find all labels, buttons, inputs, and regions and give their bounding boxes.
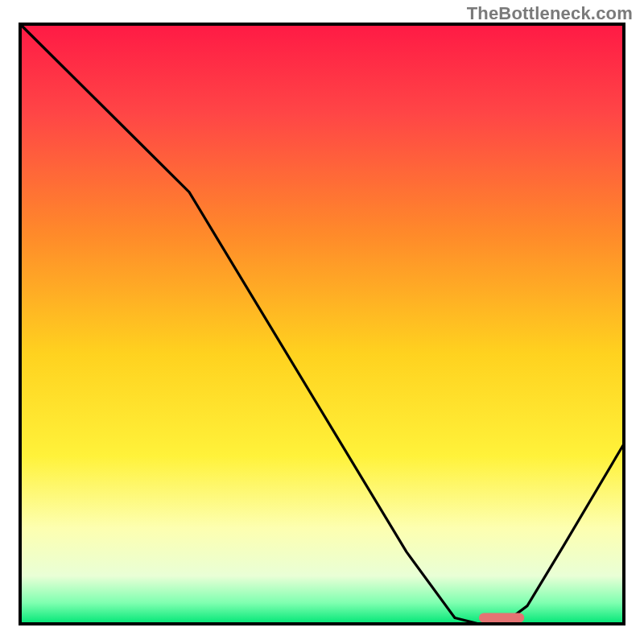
bottleneck-chart: [0, 0, 644, 644]
optimal-marker: [479, 613, 524, 623]
